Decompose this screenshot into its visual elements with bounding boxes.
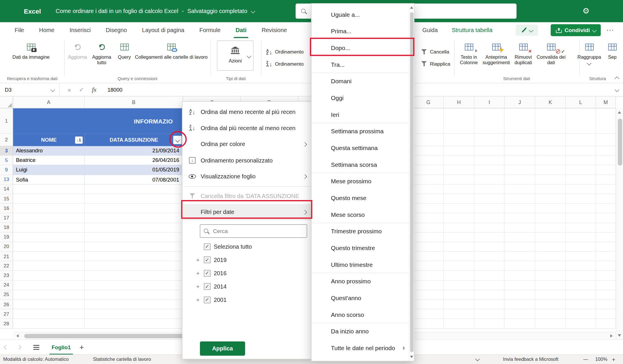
submenu-item[interactable]: Tutte le date nel periodo › bbox=[312, 339, 409, 356]
cell[interactable] bbox=[444, 165, 475, 175]
cell[interactable] bbox=[596, 309, 616, 319]
cell-nome[interactable]: Beatrice bbox=[13, 156, 84, 165]
next-sheet-icon[interactable] bbox=[17, 345, 21, 350]
cell[interactable] bbox=[13, 252, 84, 261]
cell[interactable] bbox=[444, 194, 475, 204]
cell-data-assunzione[interactable]: 26/04/2016 bbox=[84, 156, 183, 165]
cell[interactable] bbox=[444, 252, 475, 261]
cell[interactable] bbox=[13, 261, 84, 271]
cell[interactable] bbox=[566, 223, 596, 232]
cell[interactable] bbox=[444, 184, 475, 194]
tab-file[interactable]: File bbox=[7, 22, 32, 38]
cell[interactable] bbox=[444, 271, 475, 280]
cell[interactable] bbox=[13, 213, 84, 223]
cell[interactable] bbox=[566, 280, 596, 290]
cell[interactable] bbox=[13, 194, 84, 204]
cell[interactable] bbox=[535, 252, 566, 261]
cell[interactable] bbox=[535, 175, 566, 184]
cell[interactable] bbox=[444, 232, 475, 242]
submenu-item[interactable]: Anno prossimo bbox=[312, 273, 409, 289]
cell[interactable] bbox=[535, 223, 566, 232]
cell[interactable] bbox=[596, 184, 616, 194]
column-header[interactable]: I bbox=[474, 97, 504, 108]
cell[interactable] bbox=[505, 290, 535, 300]
scrollbar-thumb[interactable] bbox=[618, 119, 622, 166]
cell[interactable] bbox=[413, 300, 444, 309]
tab-guida[interactable]: Guida bbox=[415, 22, 445, 38]
column-header[interactable]: M bbox=[596, 97, 616, 108]
submenu-item[interactable]: Oggi bbox=[312, 89, 409, 106]
row-header[interactable]: 20 bbox=[0, 242, 13, 252]
cell[interactable] bbox=[413, 213, 444, 223]
cell[interactable] bbox=[444, 300, 475, 309]
cell-data-assunzione[interactable]: 21/09/2014 bbox=[84, 146, 183, 156]
expand-icon[interactable] bbox=[195, 257, 201, 263]
cell[interactable] bbox=[566, 146, 596, 156]
cell[interactable] bbox=[444, 156, 475, 165]
add-sheet-button[interactable]: + bbox=[80, 340, 84, 355]
cell[interactable] bbox=[596, 271, 616, 280]
submenu-item[interactable]: Domani bbox=[312, 73, 409, 89]
name-box[interactable]: D3 bbox=[0, 83, 60, 96]
submenu-item[interactable]: Tra... bbox=[312, 56, 409, 73]
sort-filter-indicator[interactable]: ↓ 1 bbox=[75, 136, 83, 144]
cell[interactable] bbox=[84, 300, 183, 309]
cell[interactable] bbox=[566, 290, 596, 300]
cell[interactable] bbox=[413, 108, 444, 134]
cell[interactable] bbox=[474, 232, 504, 242]
cell[interactable] bbox=[505, 232, 535, 242]
chevron-down-icon[interactable] bbox=[475, 357, 480, 361]
cell[interactable] bbox=[84, 290, 183, 300]
cell[interactable] bbox=[13, 290, 84, 300]
row-header[interactable]: 5 bbox=[0, 156, 13, 165]
cell[interactable] bbox=[535, 232, 566, 242]
remove-duplicates-button[interactable]: × Rimuovi duplicati bbox=[511, 40, 536, 66]
submenu-item[interactable]: Settimana scorsa bbox=[312, 156, 409, 173]
menu-item-sort-by-color[interactable]: Ordina per colore bbox=[182, 136, 311, 152]
tab-inserisci[interactable]: Inserisci bbox=[62, 22, 98, 38]
scroll-down-icon[interactable] bbox=[410, 356, 413, 358]
cell[interactable] bbox=[444, 213, 475, 223]
cell[interactable] bbox=[444, 204, 475, 213]
cell[interactable] bbox=[413, 319, 444, 328]
cell[interactable] bbox=[505, 165, 535, 175]
cell[interactable] bbox=[535, 184, 566, 194]
scrollbar-thumb[interactable] bbox=[410, 12, 414, 352]
insert-function-button[interactable]: fx bbox=[92, 86, 96, 93]
scrollbar-thumb[interactable] bbox=[24, 334, 209, 338]
cell[interactable] bbox=[84, 252, 183, 261]
cell[interactable] bbox=[474, 271, 504, 280]
cell[interactable] bbox=[13, 300, 84, 309]
cell[interactable] bbox=[444, 146, 475, 156]
column-header-data-assunzione[interactable]: DATA ASSUNZIONE bbox=[84, 134, 183, 146]
cell[interactable] bbox=[474, 242, 504, 252]
row-header[interactable]: 19 bbox=[0, 232, 13, 242]
row-header[interactable]: 25 bbox=[0, 290, 13, 300]
cell[interactable] bbox=[596, 232, 616, 242]
cell[interactable] bbox=[413, 204, 444, 213]
cell[interactable] bbox=[474, 280, 504, 290]
cell[interactable] bbox=[566, 261, 596, 271]
cell[interactable] bbox=[84, 319, 183, 328]
scroll-up-icon[interactable] bbox=[618, 111, 621, 113]
tab-home[interactable]: Home bbox=[32, 22, 62, 38]
cell[interactable] bbox=[413, 175, 444, 184]
column-header[interactable]: B bbox=[84, 97, 183, 108]
document-title-area[interactable]: Come ordinare i dati in un foglio di cal… bbox=[56, 0, 255, 22]
cell-data-assunzione[interactable]: 01/05/2019 bbox=[84, 165, 183, 175]
submenu-item[interactable]: Questa settimana bbox=[312, 139, 409, 156]
row-header[interactable]: 26 bbox=[0, 300, 13, 309]
data-types-actions-button[interactable]: Azioni bbox=[217, 40, 253, 71]
cell[interactable] bbox=[505, 252, 535, 261]
cell[interactable] bbox=[444, 108, 475, 134]
cell[interactable] bbox=[535, 165, 566, 175]
zoom-level[interactable]: 100% bbox=[595, 355, 607, 364]
cell[interactable] bbox=[535, 290, 566, 300]
cell[interactable] bbox=[13, 223, 84, 232]
row-header[interactable]: 13 bbox=[0, 175, 13, 184]
cell[interactable] bbox=[474, 108, 504, 134]
cell[interactable] bbox=[596, 290, 616, 300]
tab-revisione[interactable]: Revisione bbox=[254, 22, 295, 38]
select-all-corner[interactable] bbox=[0, 97, 13, 108]
cell[interactable] bbox=[84, 184, 183, 194]
